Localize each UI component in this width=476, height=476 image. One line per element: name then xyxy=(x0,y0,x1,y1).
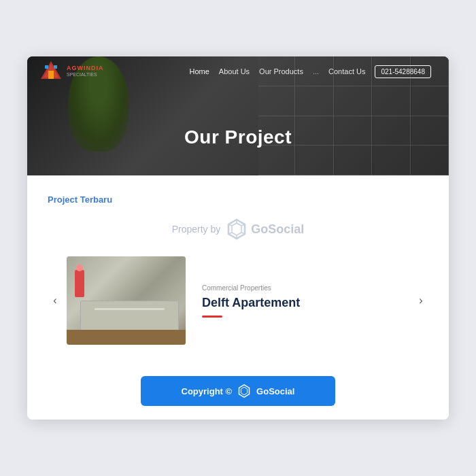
nav-home[interactable]: Home xyxy=(189,67,209,75)
logo-subtitle: SPECIALTIES xyxy=(67,72,104,78)
image-frame xyxy=(67,330,186,345)
carousel-content: Commercial Properties Delft Apartement xyxy=(63,256,413,345)
svg-rect-4 xyxy=(54,65,57,69)
gosocial-watermark: Property by GoSocial xyxy=(48,218,428,240)
project-carousel: ‹ Commercial Properties Delft Apartement xyxy=(48,256,428,345)
logo-icon xyxy=(38,58,64,84)
carousel-next-button[interactable]: › xyxy=(413,293,428,308)
gosocial-brand-name: GoSocial xyxy=(251,222,304,237)
section-label: Project Terbaru xyxy=(48,194,428,205)
logo: AGWINDIA SPECIALTIES xyxy=(38,58,104,84)
svg-rect-2 xyxy=(48,71,54,79)
logo-text: AGWINDIA xyxy=(67,65,104,72)
footer-brand-name: GoSocial xyxy=(256,386,294,396)
nav-about[interactable]: About Us xyxy=(219,67,250,75)
nav-products[interactable]: Our Products xyxy=(259,67,303,75)
image-worker xyxy=(75,270,84,297)
nav-contact[interactable]: Contact Us xyxy=(328,67,365,75)
footer: Copyright © GoSocial xyxy=(27,364,449,420)
copyright-text: Copyright © xyxy=(182,386,233,396)
phone-button[interactable]: 021-54288648 xyxy=(375,65,431,78)
content-section: Project Terbaru Property by GoSocial xyxy=(27,175,449,364)
navbar: AGWINDIA SPECIALTIES Home About Us Our P… xyxy=(27,56,449,86)
copyright-button[interactable]: Copyright © GoSocial xyxy=(141,376,336,406)
svg-marker-6 xyxy=(232,223,241,235)
gosocial-logo-icon xyxy=(226,218,248,240)
hero-section: AGWINDIA SPECIALTIES Home About Us Our P… xyxy=(27,56,449,175)
gosocial-logo: GoSocial xyxy=(226,218,304,240)
browser-window: AGWINDIA SPECIALTIES Home About Us Our P… xyxy=(27,56,449,420)
project-category: Commercial Properties xyxy=(202,284,409,292)
svg-marker-14 xyxy=(241,387,248,395)
nav-links: Home About Us Our Products ... Contact U… xyxy=(189,65,431,78)
watermark-prefix: Property by xyxy=(172,224,221,235)
image-slab xyxy=(80,301,179,331)
project-name: Delft Apartement xyxy=(202,296,409,310)
hero-title: Our Project xyxy=(27,126,449,148)
carousel-prev-button[interactable]: ‹ xyxy=(48,293,63,308)
project-info: Commercial Properties Delft Apartement xyxy=(202,284,409,318)
svg-rect-3 xyxy=(45,65,48,69)
project-name-underline xyxy=(202,316,222,318)
nav-more[interactable]: ... xyxy=(313,67,319,75)
project-image-sim xyxy=(67,256,186,345)
project-image xyxy=(67,256,186,345)
footer-gosocial-icon xyxy=(237,384,251,398)
